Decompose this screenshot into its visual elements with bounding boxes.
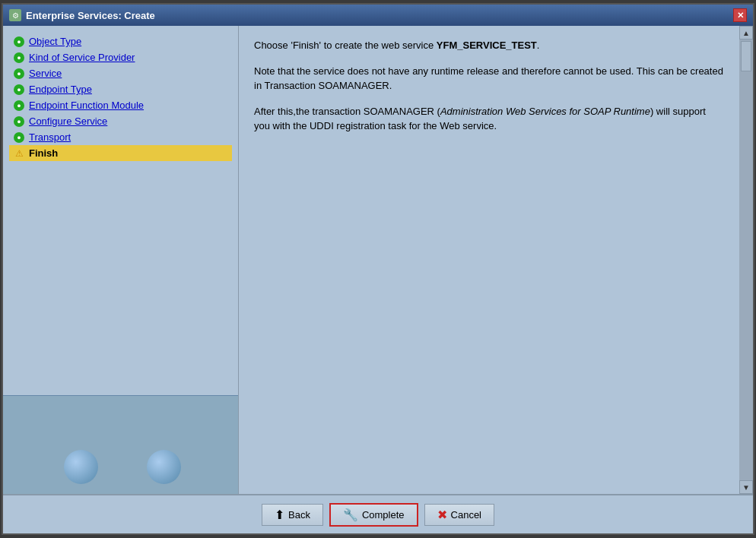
- cancel-label: Cancel: [451, 509, 481, 521]
- dialog-title: Enterprise Services: Create: [26, 10, 155, 21]
- nav-label-transport[interactable]: Transport: [29, 131, 71, 143]
- nav-label-configure-service[interactable]: Configure Service: [29, 116, 107, 127]
- green-circle-icon-7: ●: [14, 132, 24, 143]
- back-button[interactable]: ⬆ Back: [262, 504, 323, 526]
- nav-label-service[interactable]: Service: [29, 68, 62, 79]
- dialog-window: ⚙ Enterprise Services: Create ✕ ● Object…: [2, 3, 754, 535]
- decorative-balls: [41, 450, 204, 486]
- green-circle-icon-6: ●: [14, 116, 24, 127]
- green-circle-icon-5: ●: [14, 100, 24, 111]
- left-panel: ● Object Type ● Kind of Service Provider…: [3, 26, 239, 494]
- nav-item-service[interactable]: ● Service: [9, 65, 232, 81]
- ball-left: [64, 450, 98, 484]
- green-circle-icon-2: ●: [14, 52, 24, 63]
- paragraph-3-italic: Administration Web Services for SOAP Run…: [440, 106, 650, 117]
- back-label: Back: [288, 509, 310, 521]
- scrollbar[interactable]: ▲ ▼: [739, 26, 753, 494]
- right-panel: Choose 'Finish' to create the web servic…: [239, 26, 739, 494]
- paragraph-1-suffix: .: [537, 40, 540, 51]
- nav-item-object-type[interactable]: ● Object Type: [9, 33, 232, 49]
- back-icon: ⬆: [275, 508, 284, 522]
- scroll-up-arrow[interactable]: ▲: [739, 26, 753, 40]
- cancel-button[interactable]: ✖ Cancel: [424, 504, 494, 526]
- green-circle-icon: ●: [14, 36, 24, 47]
- title-bar: ⚙ Enterprise Services: Create ✕: [3, 5, 753, 26]
- paragraph-1-prefix: Choose 'Finish' to create the web servic…: [254, 40, 437, 51]
- nav-item-configure-service[interactable]: ● Configure Service: [9, 113, 232, 129]
- complete-button[interactable]: 🔧 Complete: [329, 503, 418, 527]
- scroll-thumb[interactable]: [741, 41, 751, 71]
- scroll-down-arrow[interactable]: ▼: [739, 480, 753, 494]
- service-name: YFM_SERVICE_TEST: [437, 40, 537, 51]
- nav-item-endpoint-function-module[interactable]: ● Endpoint Function Module: [9, 97, 232, 113]
- nav-item-endpoint-type[interactable]: ● Endpoint Type: [9, 81, 232, 97]
- title-bar-left: ⚙ Enterprise Services: Create: [9, 9, 155, 21]
- nav-label-endpoint-type[interactable]: Endpoint Type: [29, 84, 92, 95]
- bottom-bar: ⬆ Back 🔧 Complete ✖ Cancel: [3, 494, 753, 533]
- cancel-icon: ✖: [437, 508, 447, 522]
- paragraph-3: After this,the transaction SOAMANAGER (A…: [254, 104, 724, 134]
- nav-item-transport[interactable]: ● Transport: [9, 129, 232, 145]
- paragraph-3-prefix: After this,the transaction SOAMANAGER (: [254, 106, 440, 117]
- nav-label-finish[interactable]: Finish: [29, 147, 58, 159]
- close-button[interactable]: ✕: [733, 8, 747, 22]
- green-circle-icon-3: ●: [14, 68, 24, 79]
- warning-triangle-icon: ⚠: [14, 148, 24, 159]
- dialog-icon: ⚙: [9, 9, 21, 21]
- paragraph-1: Choose 'Finish' to create the web servic…: [254, 38, 724, 53]
- left-panel-decoration: [3, 395, 238, 494]
- paragraph-2: Note that the service does not have any …: [254, 64, 724, 93]
- ball-right: [147, 450, 181, 484]
- nav-label-object-type[interactable]: Object Type: [29, 36, 81, 47]
- scroll-track[interactable]: [739, 40, 753, 480]
- main-area: ● Object Type ● Kind of Service Provider…: [3, 26, 753, 494]
- green-circle-icon-4: ●: [14, 84, 24, 95]
- content-area: Choose 'Finish' to create the web servic…: [254, 38, 724, 134]
- nav-item-kind-of-service-provider[interactable]: ● Kind of Service Provider: [9, 49, 232, 65]
- complete-label: Complete: [362, 509, 405, 521]
- nav-label-kind-of-service-provider[interactable]: Kind of Service Provider: [29, 52, 135, 63]
- complete-icon: 🔧: [343, 508, 358, 522]
- nav-list: ● Object Type ● Kind of Service Provider…: [3, 26, 238, 395]
- nav-label-endpoint-function-module[interactable]: Endpoint Function Module: [29, 100, 144, 111]
- dialog-body: ● Object Type ● Kind of Service Provider…: [3, 26, 753, 533]
- nav-item-finish[interactable]: ⚠ Finish: [9, 145, 232, 161]
